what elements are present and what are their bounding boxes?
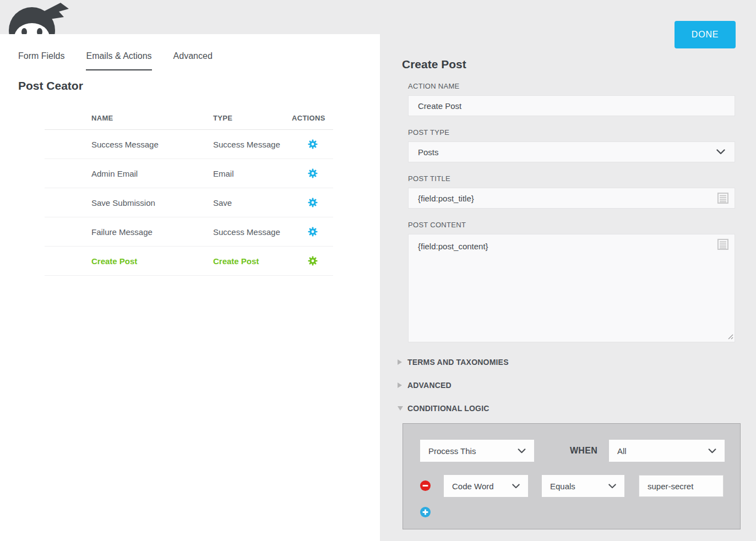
chevron-down-icon (518, 449, 526, 453)
section-label: TERMS AND TAXONOMIES (407, 358, 509, 367)
toggle-knob (36, 228, 48, 241)
collapsed-arrow-icon (398, 382, 404, 388)
done-button[interactable]: DONE (675, 21, 736, 48)
action-type: Success Message (213, 227, 292, 237)
post-type-value: Posts (418, 147, 439, 157)
when-label: WHEN (558, 440, 609, 462)
action-name: Admin Email (91, 169, 213, 178)
collapsed-arrow-icon (398, 359, 404, 365)
builder-tabs: Form Fields Emails & Actions Advanced (0, 34, 380, 70)
post-title-label: POST TITLE (408, 174, 735, 184)
gear-icon[interactable] (292, 256, 333, 266)
gear-icon[interactable] (292, 227, 333, 237)
table-row[interactable]: Save Submission Save (45, 188, 333, 217)
section-conditional-logic[interactable]: CONDITIONAL LOGIC (398, 403, 509, 414)
table-header: NAME TYPE ACTIONS (45, 107, 333, 130)
remove-condition-button[interactable] (420, 480, 431, 491)
process-action-select[interactable]: Process This (420, 440, 534, 462)
col-name: NAME (91, 114, 213, 122)
merge-tags-icon[interactable] (717, 192, 729, 206)
drawer-title: Create Post (402, 58, 466, 71)
action-name: Failure Message (91, 227, 213, 237)
tab-form-fields[interactable]: Form Fields (18, 51, 64, 70)
gear-icon[interactable] (292, 139, 333, 149)
post-type-select[interactable]: Posts (408, 141, 735, 162)
chevron-down-icon (512, 484, 520, 489)
conditional-logic-box: Process This WHEN All Code Word Equals (403, 423, 741, 529)
tab-advanced[interactable]: Advanced (173, 51, 213, 70)
toggle-knob (36, 170, 48, 182)
merge-tags-icon[interactable] (717, 238, 729, 253)
condition-operator-select[interactable]: Equals (542, 475, 624, 497)
chevron-down-icon (716, 149, 725, 155)
expanded-arrow-icon (398, 406, 404, 411)
table-row[interactable]: Failure Message Success Message (45, 217, 333, 247)
post-title-field[interactable] (408, 188, 735, 209)
actions-table: NAME TYPE ACTIONS Success Message Succes… (45, 107, 333, 276)
condition-value-field[interactable] (639, 475, 724, 497)
page-title: Post Ceator (18, 79, 380, 92)
connective-value: All (617, 446, 627, 456)
action-type: Save (213, 198, 292, 207)
action-name-label: ACTION NAME (408, 81, 735, 91)
action-settings-form: ACTION NAME POST TYPE Posts POST TITLE P… (408, 81, 735, 356)
gear-icon[interactable] (292, 198, 333, 207)
section-label: ADVANCED (407, 381, 452, 390)
post-content-field[interactable]: {field:post_content} (408, 234, 735, 342)
process-action-value: Process This (428, 446, 476, 456)
condition-operator-value: Equals (550, 482, 575, 491)
section-label: CONDITIONAL LOGIC (407, 404, 490, 413)
action-name: Create Post (91, 256, 213, 266)
col-type: TYPE (213, 114, 292, 122)
condition-field-select[interactable]: Code Word (444, 475, 528, 497)
form-builder-panel: Form Fields Emails & Actions Advanced Po… (0, 34, 380, 541)
settings-sections: TERMS AND TAXONOMIES ADVANCED CONDITIONA… (398, 357, 509, 426)
ninja-icon (7, 3, 76, 34)
tab-emails-actions[interactable]: Emails & Actions (86, 51, 151, 70)
action-type: Create Post (213, 256, 292, 266)
connective-select[interactable]: All (609, 440, 725, 462)
chevron-down-icon (608, 484, 616, 489)
toggle-knob (36, 199, 48, 211)
action-type: Success Message (213, 140, 292, 149)
resize-handle[interactable] (727, 332, 733, 342)
condition-field-value: Code Word (452, 482, 494, 491)
col-actions: ACTIONS (292, 114, 333, 122)
post-type-label: POST TYPE (408, 128, 735, 138)
section-advanced[interactable]: ADVANCED (398, 380, 509, 391)
ninja-forms-logo (7, 3, 76, 34)
action-name-field[interactable] (408, 95, 735, 116)
chevron-down-icon (708, 449, 716, 453)
gear-icon[interactable] (292, 168, 333, 178)
table-row[interactable]: Admin Email Email (45, 159, 333, 188)
toggle-knob (36, 258, 48, 270)
table-row-selected[interactable]: Create Post Create Post (45, 247, 333, 276)
section-terms-taxonomies[interactable]: TERMS AND TAXONOMIES (398, 357, 509, 368)
post-content-label: POST CONTENT (408, 220, 735, 230)
action-name: Success Message (91, 140, 213, 149)
action-type: Email (213, 169, 292, 178)
add-condition-button[interactable] (420, 507, 431, 517)
table-row[interactable]: Success Message Success Message (45, 130, 333, 159)
toggle-knob (36, 141, 48, 153)
action-name: Save Submission (91, 198, 213, 207)
